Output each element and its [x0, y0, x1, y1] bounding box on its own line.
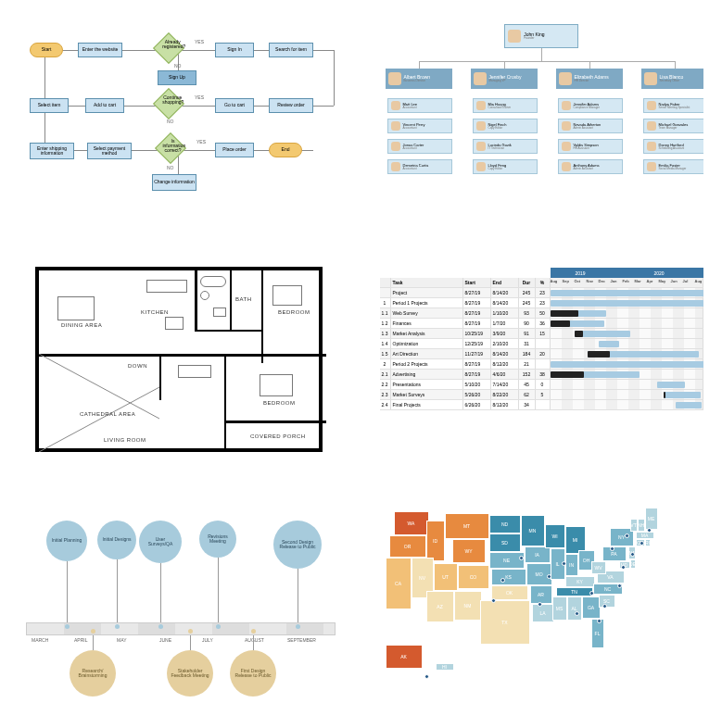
- state-tn: TN: [556, 587, 593, 596]
- map-marker: [640, 541, 644, 546]
- row-task: Art Direction: [391, 349, 463, 358]
- bubble-dot: [65, 624, 70, 629]
- search-node: Search for item: [269, 43, 313, 57]
- staff-card: Lucinda Guzik IT Technician: [473, 139, 538, 154]
- staff-card: Jennifer Adams Compliance Manager: [558, 98, 623, 113]
- avatar: [647, 162, 656, 171]
- connector: [419, 61, 420, 69]
- shipping-node: Enter shipping information: [30, 143, 74, 159]
- row-start: 5/10/20: [463, 380, 491, 389]
- orgchart-panel: John King Founder Albert Brown Business …: [380, 19, 704, 222]
- manager-card: Albert Brown Business Director: [386, 69, 452, 89]
- registered-decision: Already registered?: [153, 32, 184, 64]
- col-start: Start: [463, 278, 491, 287]
- connector: [589, 61, 590, 69]
- state-ak: AK: [386, 645, 423, 669]
- sink: [213, 308, 226, 317]
- staff-card: Demetria Curtis Accountant: [387, 159, 452, 174]
- year-2019: 2019: [551, 268, 611, 278]
- gantt-months: AugSepOctNovDecJanFebMarAprMayJunJulAug: [551, 278, 704, 287]
- month-tick: AUGUST: [245, 637, 264, 643]
- avatar: [508, 30, 521, 43]
- gantt-row: 1 Period 1 Projects 8/27/19 8/14/20 245 …: [380, 298, 704, 308]
- bubble-stem: [218, 558, 219, 622]
- manager-card: Lisa Blanco Secretary Office: [641, 69, 704, 89]
- state-ms: MS: [552, 596, 567, 621]
- staff-title: Accountant: [403, 147, 424, 150]
- row-pct: 50: [536, 308, 551, 318]
- state-wv: WV: [591, 561, 606, 574]
- living-label: LIVING ROOM: [104, 437, 146, 443]
- bubble-dot: [158, 624, 163, 629]
- start-node: Start: [30, 43, 63, 57]
- state-ky: KY: [565, 576, 595, 587]
- state-ca: CA: [386, 558, 412, 609]
- row-start: 8/27/19: [463, 288, 491, 297]
- timeline-bubble: First Design Release to Public: [230, 650, 276, 697]
- row-dur: 152: [519, 370, 536, 379]
- row-chart: [551, 390, 704, 399]
- state-ks: KS: [491, 569, 526, 585]
- wall: [230, 270, 232, 330]
- row-chart: [551, 339, 704, 348]
- gantt-row: 2.3 Market Surveys 5/26/20 8/22/20 62 5: [380, 390, 704, 400]
- state-me: ME: [645, 508, 658, 530]
- select-node: Select item: [30, 98, 69, 113]
- staff-card: Vincent Perry Accountant: [387, 119, 452, 133]
- month-label: Nov: [587, 279, 594, 283]
- map-marker: [625, 533, 629, 538]
- kitchen-label: KITCHEN: [141, 309, 169, 315]
- staff-title: Copy Editor: [488, 127, 507, 130]
- row-task: Market Surveys: [391, 390, 463, 399]
- gantt-panel: 2019 2020 Task Start End Dur % AugSepOct…: [380, 259, 704, 463]
- month-tick: MARCH: [32, 637, 48, 643]
- no-label: NO: [174, 63, 182, 69]
- gantt-bar: [551, 361, 704, 368]
- row-task: Period 1 Projects: [391, 298, 463, 308]
- avatar: [562, 142, 571, 151]
- signin-node: Sign In: [215, 43, 254, 57]
- continue-decision: Continue shopping?: [153, 88, 184, 119]
- gantt-row: 1.3 Market Analysis 10/25/19 3/9/20 91 1…: [380, 329, 704, 339]
- map-marker: [602, 604, 607, 609]
- row-end: 7/14/20: [491, 380, 519, 389]
- staff-card: Michael Gonzales Team Manager: [643, 119, 704, 133]
- row-pct: [536, 400, 551, 409]
- map-marker: [547, 574, 551, 579]
- state-fl: FL: [591, 619, 604, 648]
- timeline-bubble: Second Design Release to Public: [273, 521, 322, 569]
- row-id: 1.2: [380, 319, 391, 328]
- wall: [195, 330, 261, 332]
- row-dur: 91: [519, 329, 536, 338]
- manager-card: Jennifer Crosby Managing VP: [471, 69, 538, 89]
- map-marker: [491, 598, 496, 603]
- row-pct: 36: [536, 319, 551, 328]
- row-start: 10/25/19: [463, 329, 491, 338]
- row-end: 3/9/20: [491, 329, 519, 338]
- gantt-progress: [551, 310, 578, 317]
- row-chart: [551, 319, 704, 328]
- row-task: Project: [391, 288, 463, 297]
- manager-title: Managing VP: [489, 80, 522, 82]
- avatar: [391, 101, 400, 110]
- row-start: 11/27/19: [463, 349, 491, 358]
- staff-title: Compliance Manager: [574, 107, 601, 109]
- row-id: 1.5: [380, 349, 391, 358]
- row-start: 8/27/19: [463, 308, 491, 318]
- avatar: [391, 162, 400, 171]
- bubble-dot: [216, 624, 221, 629]
- bathtub: [200, 276, 226, 287]
- month-label: Aug: [695, 279, 703, 283]
- bubble-dot: [296, 624, 300, 629]
- staff-title: Accountant: [403, 107, 418, 109]
- gantt-row: 1.4 Optimization 12/25/19 2/10/20 31: [380, 339, 704, 349]
- gantt-header-row: Task Start End Dur % AugSepOctNovDecJanF…: [380, 278, 704, 288]
- manager-card: Elizabeth Adams HR Director: [556, 69, 623, 89]
- row-chart: [551, 308, 704, 318]
- row-start: 8/27/19: [463, 298, 491, 308]
- gantt-bar: [575, 331, 630, 337]
- bubble-dot: [115, 624, 120, 629]
- row-pct: 5: [536, 390, 551, 399]
- col-end: End: [491, 278, 519, 287]
- payment-node: Select payment method: [87, 143, 132, 159]
